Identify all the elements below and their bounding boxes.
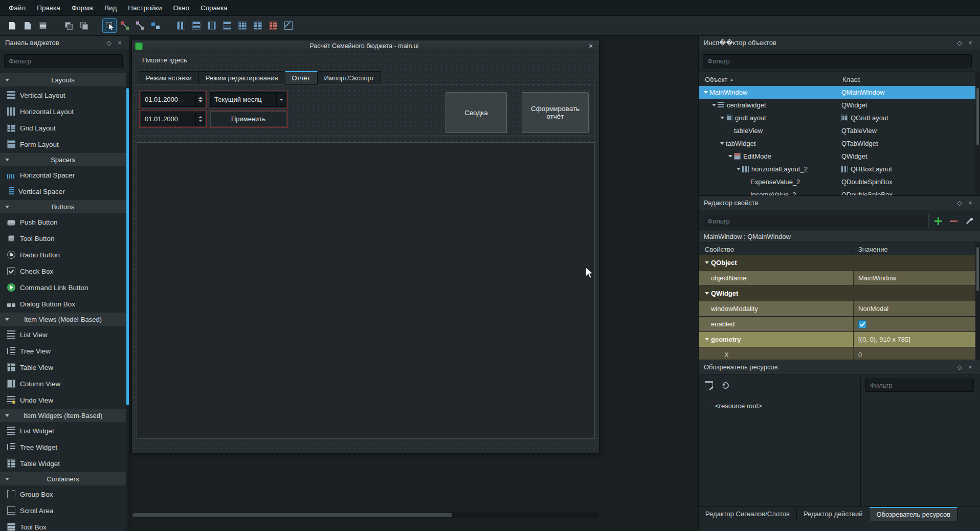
property-row[interactable]: QObject xyxy=(699,255,975,271)
menu-item[interactable]: Справка xyxy=(195,2,233,14)
property-row[interactable]: enabled xyxy=(699,317,975,332)
summary-button[interactable]: Сводка xyxy=(446,92,507,133)
column-header-property[interactable]: Свойство xyxy=(699,243,853,255)
widgetbox-entry[interactable]: Form Layout xyxy=(0,136,126,152)
widgetbox-entry[interactable]: Tool Box xyxy=(0,519,126,531)
widgetbox-entry[interactable]: Grid Layout xyxy=(0,120,126,136)
object-tree-row[interactable]: tabWidget QTabWidget xyxy=(699,137,975,150)
chevron-down-icon[interactable] xyxy=(718,117,726,119)
dock-tab[interactable]: Редактор Сигналов/Слотов xyxy=(699,507,797,521)
float-panel-icon[interactable]: ◇ xyxy=(104,39,114,47)
toolbar-button[interactable] xyxy=(5,18,19,33)
configure-property-editor-button[interactable] xyxy=(963,215,975,227)
widgetbox-entry[interactable]: Table View xyxy=(0,359,126,375)
widgetbox-entry[interactable]: Vertical Spacer xyxy=(0,183,126,200)
object-tree-row[interactable]: horizontalLayout_2 QHBoxLayout xyxy=(699,163,975,175)
resource-root-item[interactable]: <resource root> xyxy=(707,402,762,410)
toolbar-button[interactable] xyxy=(36,18,50,33)
chevron-down-icon[interactable] xyxy=(703,261,711,264)
chevron-down-icon[interactable] xyxy=(702,91,709,94)
widgetbox-entry[interactable]: Horizontal Layout xyxy=(0,103,126,120)
widgetbox-entry[interactable]: Group Box xyxy=(0,486,126,502)
float-panel-icon[interactable]: ◇ xyxy=(955,364,964,371)
widget-filter-input[interactable] xyxy=(4,54,123,68)
reload-resources-button[interactable] xyxy=(719,379,731,391)
horizontal-scrollbar[interactable] xyxy=(131,513,599,518)
remove-dynamic-property-button[interactable] xyxy=(947,215,960,227)
widgetbox-entry[interactable]: Check Box xyxy=(0,263,126,279)
checkbox-checked-icon[interactable] xyxy=(858,320,866,328)
close-panel-icon[interactable]: × xyxy=(115,39,124,47)
form-window-titlebar[interactable]: Расчёт Семейного бюджета - main.ui × xyxy=(132,40,599,52)
resource-filter-input[interactable] xyxy=(865,379,974,392)
table-view[interactable] xyxy=(137,142,595,439)
generate-report-button[interactable]: Сформировать отчёт xyxy=(522,92,589,133)
widgetbox-entry[interactable]: Spacers xyxy=(0,153,126,166)
form-tab[interactable]: Режим редактирования xyxy=(198,71,285,85)
dock-tab[interactable]: Редактор действий xyxy=(797,507,870,521)
toolbar-button[interactable] xyxy=(174,18,188,33)
date-from-spinbox[interactable]: 01.01.2000 xyxy=(141,92,205,107)
widgetbox-entry[interactable]: Item Widgets (Item-Based) xyxy=(0,409,126,422)
spinbox-arrows-icon[interactable] xyxy=(195,93,205,106)
widgetbox-entry[interactable]: Vertical Layout xyxy=(0,87,126,103)
toolbar-button[interactable] xyxy=(235,18,250,33)
property-row[interactable]: geometry [(0, 0), 910 x 785] xyxy=(699,332,975,347)
toolbar-button[interactable] xyxy=(148,18,163,33)
column-header-object[interactable]: Объект ▴ xyxy=(699,72,836,86)
object-tree-row[interactable]: gridLayout QGridLayout xyxy=(699,112,975,124)
close-panel-icon[interactable]: × xyxy=(966,364,975,371)
widgetbox-entry[interactable]: Dialog Button Box xyxy=(0,296,126,312)
widgetbox-entry[interactable]: Layouts xyxy=(0,73,126,86)
widgetbox-entry[interactable]: Horizontal Spacer xyxy=(0,167,126,183)
close-form-icon[interactable]: × xyxy=(586,42,596,50)
property-row[interactable]: windowModality NonModal xyxy=(699,301,975,317)
chevron-down-icon[interactable] xyxy=(734,168,742,170)
object-tree-row[interactable]: tableView QTableView xyxy=(699,124,975,137)
toolbar-button[interactable] xyxy=(205,18,219,33)
widgetbox-entry[interactable]: Tree Widget xyxy=(0,439,126,455)
spinbox-arrows-icon[interactable] xyxy=(195,112,205,126)
column-header-value[interactable]: Значение xyxy=(853,246,888,253)
form-canvas[interactable]: Пишите здесь Режим вставки Режим редакти… xyxy=(132,52,599,453)
object-tree-row[interactable]: MainWindow QMainWindow xyxy=(699,86,975,99)
menu-item[interactable]: Правка xyxy=(31,2,66,14)
column-splitter[interactable] xyxy=(860,378,861,506)
inspector-scrollbar[interactable] xyxy=(975,72,980,195)
toolbar-button[interactable] xyxy=(118,18,132,33)
widgetbox-entry[interactable]: Push Button xyxy=(0,214,126,230)
scrollbar-thumb[interactable] xyxy=(976,88,979,145)
form-tab[interactable]: Отчёт xyxy=(285,71,318,85)
menu-item[interactable]: Вид xyxy=(99,2,122,14)
scrollbar-thumb[interactable] xyxy=(132,513,452,517)
widgetbox-entry[interactable]: Item Views (Model-Based) xyxy=(0,313,126,326)
close-panel-icon[interactable]: × xyxy=(966,39,975,47)
menu-item[interactable]: Настройки xyxy=(122,2,167,14)
object-tree-row[interactable]: IncomeValue_2 QDoubleSpinBox xyxy=(699,188,975,195)
period-combobox[interactable]: Текущий месяц xyxy=(210,92,286,107)
form-hint-label[interactable]: Пишите здесь xyxy=(142,56,187,64)
dock-tab[interactable]: Обозреватель ресурсов xyxy=(870,507,957,521)
object-tree-row[interactable]: EditMode QWidget xyxy=(699,150,975,163)
property-filter-input[interactable] xyxy=(703,214,929,228)
widgetbox-entry[interactable]: Containers xyxy=(0,472,126,485)
toolbar-button[interactable] xyxy=(20,18,35,33)
close-panel-icon[interactable]: × xyxy=(966,200,975,207)
toolbar-button[interactable] xyxy=(133,18,147,33)
widgetbox-entry[interactable]: Radio Button xyxy=(0,247,126,263)
scrollbar-thumb[interactable] xyxy=(126,88,129,405)
menu-item[interactable]: Окно xyxy=(168,2,195,14)
toolbar-button[interactable] xyxy=(281,18,296,33)
menu-item[interactable]: Форма xyxy=(66,2,99,14)
float-panel-icon[interactable]: ◇ xyxy=(955,200,964,207)
property-row[interactable]: objectName MainWindow xyxy=(699,271,975,286)
edit-resources-button[interactable] xyxy=(703,379,715,391)
add-dynamic-property-button[interactable] xyxy=(932,215,944,227)
widgetbox-entry[interactable]: Tool Button xyxy=(0,230,126,247)
toolbar-button[interactable] xyxy=(61,18,76,33)
chevron-down-icon[interactable] xyxy=(710,104,718,106)
apply-button[interactable]: Применить xyxy=(210,112,286,126)
widgetbox-entry[interactable]: Undo View xyxy=(0,392,126,408)
widgetbox-entry[interactable]: Command Link Button xyxy=(0,279,126,296)
toolbar-button[interactable] xyxy=(266,18,280,33)
